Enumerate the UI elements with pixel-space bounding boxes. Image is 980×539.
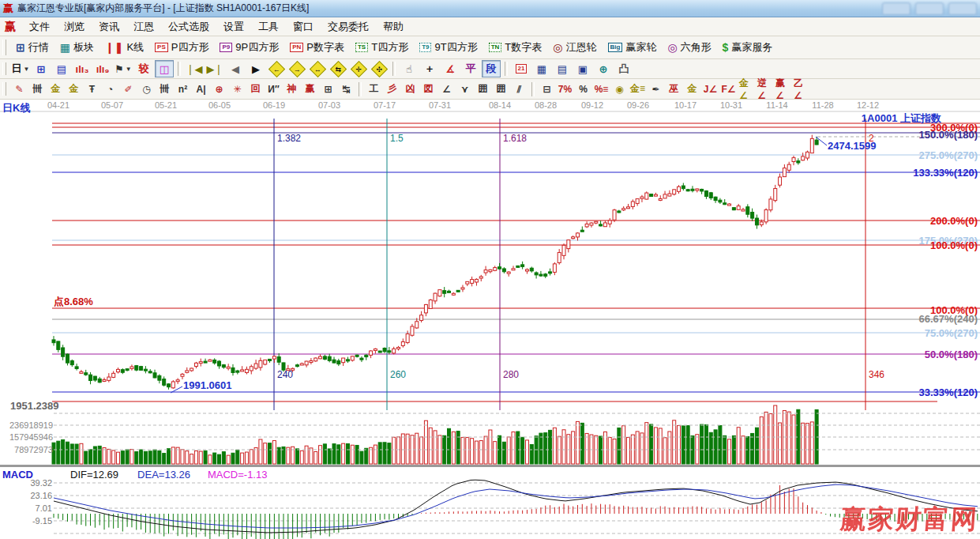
hexagon-button[interactable]: ◎六角形: [662, 39, 716, 56]
gold-angle-tool-button[interactable]: 金∠: [738, 81, 755, 97]
gann-box-tool-1-button[interactable]: 囲: [475, 81, 491, 97]
first-page-button[interactable]: ❘◀: [185, 60, 204, 77]
notes-button[interactable]: ▤: [553, 60, 572, 77]
j-angle-tool-button[interactable]: J∠: [702, 81, 719, 97]
menu-文件[interactable]: 文件: [22, 19, 57, 34]
expand-diamond-button[interactable]: ↔: [308, 60, 327, 77]
span-tool-button[interactable]: ↹: [338, 81, 355, 97]
close-button[interactable]: [948, 2, 977, 15]
winner-service-button[interactable]: $赢家服务: [717, 39, 779, 56]
compress-diamond-button[interactable]: ⇆: [329, 60, 347, 77]
last-page-button[interactable]: ▶❘: [205, 60, 224, 77]
menu-设置[interactable]: 设置: [216, 19, 251, 34]
f-grid-tool-button[interactable]: Ŧ: [84, 81, 100, 97]
star-cycle-tool-button[interactable]: ✳: [229, 81, 246, 97]
color-chart-button[interactable]: ◫: [155, 60, 174, 77]
frame-tool-button[interactable]: 工: [366, 81, 382, 97]
menu-江恩[interactable]: 江恩: [126, 19, 161, 34]
info-f10-button[interactable]: ▤: [52, 60, 71, 77]
prev-button[interactable]: ◀: [226, 60, 245, 77]
yi-angle-tool-button[interactable]: 乙∠: [793, 81, 809, 97]
gold-tool-button[interactable]: 金: [684, 81, 700, 97]
ying-angle-tool-button[interactable]: 赢∠: [775, 81, 791, 97]
calendar-button[interactable]: 21: [512, 60, 531, 77]
wu-channel-tool-button[interactable]: 巫: [666, 81, 682, 97]
menu-资讯[interactable]: 资讯: [92, 19, 126, 34]
full-diamond-button[interactable]: ✣: [370, 60, 389, 77]
angle-line-tool-button[interactable]: ∠: [438, 81, 455, 97]
minimize-button[interactable]: [882, 2, 911, 15]
save-button[interactable]: ▣: [573, 60, 592, 77]
grow-x-diamond-button[interactable]: →: [287, 60, 306, 77]
level-table-tool-button[interactable]: ⊟: [539, 81, 555, 97]
9p-square-button[interactable]: P99P四方形: [214, 39, 284, 56]
circle-cross-tool-button[interactable]: ⊕: [211, 81, 227, 97]
winner-wheel-button[interactable]: Big赢家轮: [603, 39, 663, 56]
menu-窗口[interactable]: 窗口: [286, 19, 321, 34]
p-square-button[interactable]: PSP四方形: [149, 39, 214, 56]
period-day-button-dropdown-icon[interactable]: ▼: [24, 66, 30, 73]
fan-grid-tool-button[interactable]: 図: [420, 81, 437, 97]
chart-window-button[interactable]: ⊞: [32, 60, 51, 77]
menu-帮助[interactable]: 帮助: [376, 19, 411, 34]
gold-levels-tool-button[interactable]: 金≡: [629, 81, 646, 97]
tick-lines-tool-button[interactable]: 卌: [156, 81, 173, 97]
zigzag-tool-button[interactable]: И″: [265, 81, 282, 97]
flag-button[interactable]: ⚑▼: [114, 60, 133, 77]
spiral-tool-button[interactable]: ◔: [102, 81, 118, 97]
angle-measure-button[interactable]: ∡: [441, 60, 460, 77]
red-pen-tool-button[interactable]: ✐: [120, 81, 137, 97]
kline-button[interactable]: ❙❚K线: [100, 39, 149, 56]
percent-levels-tool-button[interactable]: %≡: [593, 81, 610, 97]
flag-button-dropdown-icon[interactable]: ▼: [126, 66, 132, 73]
sectors-button[interactable]: ▦板块: [54, 39, 100, 56]
text-note-button[interactable]: 平: [461, 60, 480, 77]
gold-circle-tool-button[interactable]: ◉: [611, 81, 628, 97]
gold-grid-tool-1-button[interactable]: 金: [47, 81, 64, 97]
n-square-tool-button[interactable]: n²: [175, 81, 191, 97]
gann-wheel-button[interactable]: ◎江恩轮: [547, 39, 602, 56]
kline-chart[interactable]: 日K线 1A0001 上证指数 04-2105-0705-2106-0506-1…: [0, 100, 980, 539]
menu-公式选股[interactable]: 公式选股: [161, 19, 216, 34]
grid-lines-tool-button[interactable]: 卌: [29, 81, 46, 97]
crosshair-tool-button[interactable]: ＋: [420, 60, 439, 77]
menu-工具[interactable]: 工具: [251, 19, 286, 34]
print-button[interactable]: 凸: [614, 60, 633, 77]
bars-9-button[interactable]: ılı₉: [93, 60, 112, 77]
f-angle-tool-button[interactable]: F∠: [720, 81, 737, 97]
seven-percent-tool-button[interactable]: 7%: [557, 81, 573, 97]
gann-box-tool-2-button[interactable]: 囲: [493, 81, 509, 97]
menu-交易委托[interactable]: 交易委托: [321, 19, 376, 34]
hand-tool-button[interactable]: ☝: [400, 60, 419, 77]
t-square-button[interactable]: TST四方形: [350, 39, 414, 56]
maximize-button[interactable]: [915, 2, 944, 15]
p-number-table-button[interactable]: PNP数字表: [284, 39, 350, 56]
quotes-button[interactable]: ⊞行情: [10, 39, 54, 56]
cross-diamond-button[interactable]: ✛: [349, 60, 368, 77]
price-grid-tool-button[interactable]: ⊞: [320, 81, 336, 97]
parallel-lines-tool-button[interactable]: ⫽: [511, 81, 528, 97]
calculator-button[interactable]: ▦: [532, 60, 551, 77]
fan-box-tool-button[interactable]: 凶: [402, 81, 419, 97]
ink-pen-tool-button[interactable]: ✒: [648, 81, 664, 97]
ying-tool-button[interactable]: 赢: [302, 81, 318, 97]
angle-a-tool-button[interactable]: A|: [193, 81, 209, 97]
bars-3-button[interactable]: ılı₃: [73, 60, 92, 77]
next-button[interactable]: ▶: [246, 60, 265, 77]
v-wave-tool-button[interactable]: ⋎: [456, 81, 473, 97]
shrink-x-diamond-button[interactable]: ←: [267, 60, 286, 77]
ray-fan-tool-button[interactable]: 彡: [384, 81, 400, 97]
gold-grid-tool-2-button[interactable]: 金: [66, 81, 82, 97]
percent-tool-button[interactable]: %: [575, 81, 591, 97]
period-day-button[interactable]: 日▼: [11, 60, 30, 77]
time-clock-tool-button[interactable]: ◷: [138, 81, 155, 97]
square-spiral-tool-button[interactable]: 回: [247, 81, 264, 97]
pencil-tool-button[interactable]: ✎: [11, 81, 28, 97]
compare-button[interactable]: 较: [134, 60, 153, 77]
shen-tool-button[interactable]: 神: [283, 81, 300, 97]
ni-angle-tool-button[interactable]: 逆∠: [757, 81, 773, 97]
t-number-table-button[interactable]: TNT数字表: [483, 39, 548, 56]
web-button[interactable]: ⊕: [594, 60, 613, 77]
menu-浏览[interactable]: 浏览: [57, 19, 92, 34]
9t-square-button[interactable]: T99T四方形: [414, 39, 483, 56]
